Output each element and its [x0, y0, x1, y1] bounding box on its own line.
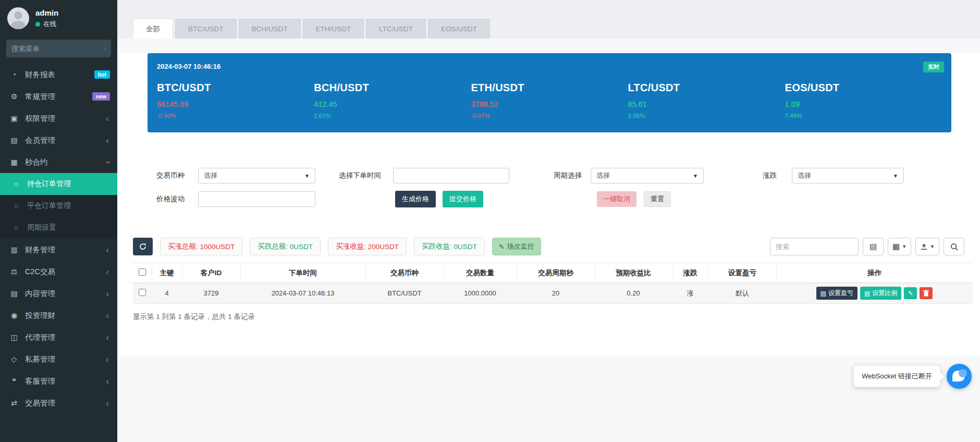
- tab-eth-usdt[interactable]: ETH/USDT: [303, 19, 364, 39]
- caret-down-icon: ▼: [893, 173, 898, 179]
- columns-grid-icon: ▦: [892, 242, 900, 251]
- refresh-button[interactable]: [133, 238, 153, 255]
- tab-ltc-usdt[interactable]: LTC/USDT: [366, 19, 426, 39]
- stat-value: 200USDT: [368, 243, 399, 251]
- tab-eos-usdt[interactable]: EOS/USDT: [428, 19, 490, 39]
- delete-button[interactable]: [920, 287, 933, 299]
- sidebar-item-customer-service[interactable]: ❝ 客服管理 ‹: [0, 370, 117, 392]
- order-time-label: 选择下单时间: [339, 171, 381, 180]
- sidebar-item-private-equity[interactable]: ◇ 私募管理 ‹: [0, 348, 117, 370]
- table-search-input[interactable]: [770, 238, 859, 255]
- sidebar-item-closed-orders[interactable]: ○ 平仓订单管理: [0, 195, 117, 217]
- generate-price-button[interactable]: 生成价格: [395, 191, 436, 207]
- stat-label: 买跌收益:: [422, 242, 452, 251]
- stat-label: 买涨收益:: [336, 242, 366, 251]
- records-summary: 显示第 1 到第 1 条记录，总共 1 条记录: [133, 312, 980, 322]
- session-monitor-button[interactable]: ✎ 场次监控: [492, 238, 541, 255]
- cell-ratio: 0.20: [595, 283, 672, 304]
- sidebar-item-label: 财务管理: [25, 245, 55, 255]
- reset-button[interactable]: 重置: [644, 191, 671, 207]
- export-icon: [920, 243, 928, 251]
- set-profit-label: 设置盈亏: [828, 289, 853, 298]
- tab-bch-usdt[interactable]: BCH/USDT: [239, 19, 301, 39]
- edit-button[interactable]: ✎: [904, 287, 917, 299]
- sidebar-item-seconds-contract[interactable]: ▦ 秒合约 ‹: [0, 151, 117, 173]
- sidebar-item-permissions[interactable]: ▣ 权限管理 ‹: [0, 107, 117, 129]
- cell-profit-set: 默认: [708, 283, 776, 304]
- sidebar-item-general[interactable]: ⚙ 常规管理 new: [0, 85, 117, 107]
- tab-all[interactable]: 全部: [133, 19, 173, 39]
- updown-select[interactable]: 选择 ▼: [792, 168, 904, 183]
- sidebar-item-label: 交易管理: [25, 398, 55, 408]
- col-updown: 涨跌: [672, 263, 708, 283]
- sidebar-item-agents[interactable]: ◫ 代理管理 ‹: [0, 326, 117, 348]
- col-profit-set: 设置盈亏: [708, 263, 776, 283]
- hot-badge: hot: [94, 70, 110, 79]
- order-time-input[interactable]: [393, 168, 509, 183]
- refresh-icon: [139, 242, 147, 251]
- sidebar-item-finance-mgmt[interactable]: ▥ 财务管理 ‹: [0, 239, 117, 261]
- permissions-icon: ▣: [9, 114, 19, 122]
- sidebar-search[interactable]: [6, 40, 111, 57]
- export-button[interactable]: ▼: [915, 238, 939, 255]
- sidebar-item-period-settings[interactable]: ○ 周期设置: [0, 217, 117, 239]
- col-period: 交易周期秒: [517, 263, 595, 283]
- sidebar-item-finance-report[interactable]: ◔ 财务报表 hot: [0, 64, 117, 85]
- tab-btc-usdt[interactable]: BTC/USDT: [175, 19, 237, 39]
- sidebar-item-label: 常规管理: [25, 92, 55, 102]
- table-row: 4 3729 2024-03-07 10:46:13 BTC/USDT 1000…: [133, 283, 973, 304]
- stat-buy-up-profit[interactable]: 买涨收益: 200USDT: [328, 238, 407, 255]
- stat-buy-down-profit[interactable]: 买跌收益: 0USDT: [414, 238, 485, 255]
- stat-buy-up-total[interactable]: 买涨总额: 1000USDT: [160, 238, 242, 255]
- coin-filter-label: 交易币种: [156, 171, 192, 180]
- sidebar-item-trade-mgmt[interactable]: ⇄ 交易管理 ‹: [0, 392, 117, 414]
- main-area: 全部 BTC/USDT BCH/USDT ETH/USDT LTC/USDT E…: [117, 0, 980, 442]
- price-wave-input[interactable]: [198, 191, 315, 207]
- cell-amount: 1000.0000: [444, 283, 517, 304]
- user-panel: admin 在线: [0, 0, 117, 35]
- set-profit-button[interactable]: ▤ 设置盈亏: [816, 287, 858, 300]
- sidebar-item-investment[interactable]: ◉ 投资理财 ‹: [0, 304, 117, 326]
- sidebar-item-members[interactable]: ▤ 会员管理 ‹: [0, 129, 117, 151]
- coin-change: 3.05%: [628, 113, 785, 119]
- search-submit-button[interactable]: [944, 238, 964, 255]
- cancel-all-button[interactable]: 一键取消: [597, 191, 636, 207]
- set-ratio-button[interactable]: ▤ 设置比例: [860, 287, 901, 300]
- stats-toolbar-row: 买涨总额: 1000USDT 买跌总额: 0USDT 买涨收益: 200USDT…: [133, 238, 964, 255]
- trash-icon: [923, 290, 929, 297]
- stat-value: 1000USDT: [200, 243, 235, 251]
- sidebar-search-input[interactable]: [11, 45, 104, 53]
- submit-price-button[interactable]: 提交价格: [443, 191, 483, 207]
- detail-view-icon: ▤: [869, 242, 877, 251]
- stat-buy-down-total[interactable]: 买跌总额: 0USDT: [250, 238, 321, 255]
- chevron-left-icon: ‹: [106, 377, 109, 386]
- stat-value: 0USDT: [290, 243, 313, 251]
- scales-icon: ⚖: [9, 267, 19, 276]
- sidebar-item-label: 私募管理: [25, 354, 55, 364]
- select-all-checkbox[interactable]: [139, 268, 146, 276]
- coin-price: 85.61: [628, 100, 785, 108]
- circle-icon: ○: [11, 180, 21, 188]
- tab-bar: 全部 BTC/USDT BCH/USDT ETH/USDT LTC/USDT E…: [117, 0, 980, 39]
- sidebar-item-content[interactable]: ▤ 内容管理 ‹: [0, 283, 117, 304]
- row-checkbox[interactable]: [139, 289, 146, 296]
- sidebar-item-label: 权限管理: [25, 114, 55, 124]
- cell-id: 4: [152, 283, 182, 304]
- chevron-down-icon: ‹: [103, 161, 112, 164]
- price-ticker-banner: 2024-03-07 10:46:16 实时 BTC/USDT 66145.89…: [148, 53, 951, 132]
- columns-button[interactable]: ▦▼: [888, 238, 911, 255]
- period-select[interactable]: 选择 ▼: [591, 168, 704, 183]
- avatar[interactable]: [7, 7, 29, 29]
- detail-view-button[interactable]: ▤: [863, 238, 884, 255]
- sidebar-item-label: 周期设置: [27, 223, 56, 232]
- chat-fab-icon[interactable]: [947, 364, 972, 389]
- col-amount: 交易数量: [444, 263, 517, 283]
- cell-client-id: 3729: [182, 283, 240, 304]
- sidebar-item-c2c[interactable]: ⚖ C2C交易 ‹: [0, 261, 117, 283]
- pencil-icon: ✎: [499, 243, 505, 251]
- sidebar-item-label: C2C交易: [25, 267, 55, 277]
- members-icon: ▤: [9, 136, 19, 144]
- coin-select[interactable]: 选择 ▼: [198, 168, 315, 183]
- chevron-left-icon: ‹: [106, 355, 109, 364]
- sidebar-item-open-orders[interactable]: ○ 持仓订单管理: [0, 173, 117, 195]
